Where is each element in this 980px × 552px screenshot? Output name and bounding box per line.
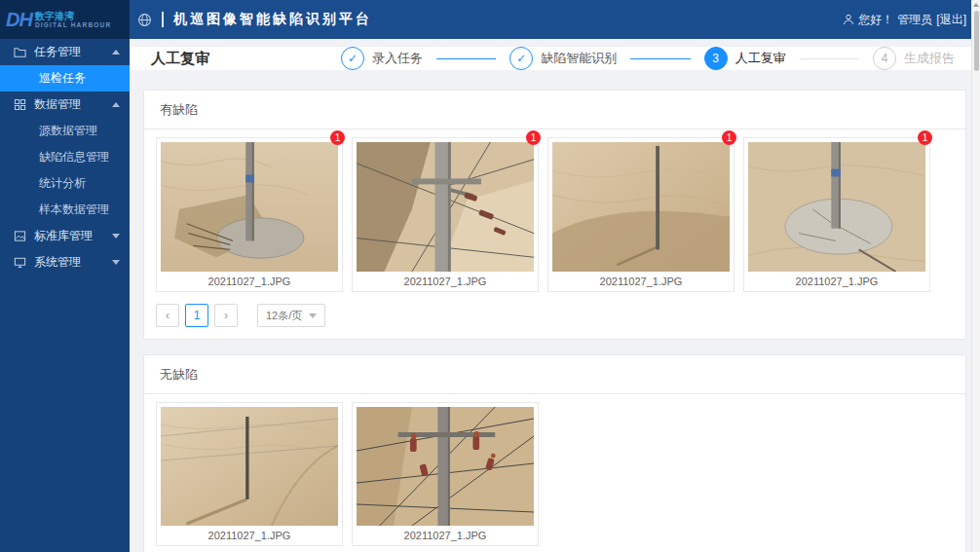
library-icon xyxy=(14,230,26,242)
sidebar-group-label: 任务管理 xyxy=(34,44,112,60)
defect-panel: 有缺陷 1 xyxy=(143,90,966,340)
sidebar-group-task-mgmt[interactable]: 任务管理 xyxy=(0,39,130,65)
pagination: ‹ 1 › 12条/页 xyxy=(156,304,954,327)
app: DH 数字港湾 DIGITAL HARBOUR 任务管理 巡检任务 数据管理 源… xyxy=(0,0,980,552)
sidebar-group-label: 标准库管理 xyxy=(34,228,112,244)
no-defect-image-card[interactable]: 20211027_1.JPG xyxy=(156,402,343,546)
step-connector xyxy=(436,58,496,59)
monitor-icon xyxy=(14,256,26,269)
pole-photo xyxy=(552,142,730,272)
pole-photo xyxy=(357,407,534,526)
page-title: 人工复审 xyxy=(151,50,209,68)
step-label: 生成报告 xyxy=(904,50,955,67)
defect-panel-title: 有缺陷 xyxy=(144,91,965,129)
step-label: 录入任务 xyxy=(372,50,423,67)
pole-photo xyxy=(357,142,534,272)
brand-logo[interactable]: DH 数字港湾 DIGITAL HARBOUR xyxy=(0,0,130,39)
wizard-steps: ✓ 录入任务 ✓ 缺陷智能识别 3 人工复审 4 xyxy=(341,47,955,70)
defect-card-list: 1 xyxy=(156,137,954,292)
step-connector xyxy=(630,58,690,59)
prev-page-button[interactable]: ‹ xyxy=(156,304,179,327)
chevron-up-icon xyxy=(112,50,120,55)
defect-count-badge: 1 xyxy=(330,130,345,145)
folder-icon xyxy=(14,46,26,58)
sidebar-item-statistics[interactable]: 统计分析 xyxy=(0,170,130,197)
page-size-value: 12条/页 xyxy=(266,309,302,323)
sidebar-item-source-data[interactable]: 源数据管理 xyxy=(0,118,130,144)
image-filename: 20211027_1.JPG xyxy=(552,272,730,291)
sidebar-group-label: 系统管理 xyxy=(34,254,112,271)
scrollbar-thumb[interactable] xyxy=(974,11,979,71)
sidebar-group-label: 数据管理 xyxy=(34,96,112,113)
step-label: 缺陷智能识别 xyxy=(541,50,617,67)
sidebar-item-patrol-task[interactable]: 巡检任务 xyxy=(0,65,130,92)
username: 管理员 xyxy=(897,12,932,28)
scroll-up-icon[interactable] xyxy=(973,3,979,7)
step-check-icon: ✓ xyxy=(341,47,364,70)
defect-count-badge: 1 xyxy=(526,130,541,145)
brand-name-cn: 数字港湾 xyxy=(35,11,111,21)
page-size-select[interactable]: 12条/页 xyxy=(257,304,325,327)
no-defect-panel: 无缺陷 xyxy=(143,354,966,552)
page-header: 人工复审 ✓ 录入任务 ✓ 缺陷智能识别 3 人工复审 xyxy=(130,47,980,70)
defect-image-card[interactable]: 1 20211027_1.JPG xyxy=(547,137,735,292)
step-ai-recognition[interactable]: ✓ 缺陷智能识别 xyxy=(509,47,617,70)
pole-photo xyxy=(161,142,338,272)
image-filename: 20211027_1.JPG xyxy=(161,526,338,545)
image-filename: 20211027_1.JPG xyxy=(357,272,534,291)
no-defect-panel-body: 20211027_1.JPG xyxy=(144,394,965,552)
logout-link[interactable]: [退出] xyxy=(936,12,966,28)
grid-icon xyxy=(14,98,26,111)
chevron-down-icon xyxy=(112,260,120,265)
image-filename: 20211027_1.JPG xyxy=(748,272,925,291)
sidebar-group-data-mgmt[interactable]: 数据管理 xyxy=(0,92,130,118)
no-defect-image-card[interactable]: 20211027_1.JPG xyxy=(352,402,539,546)
sidebar-nav: 任务管理 巡检任务 数据管理 源数据管理 缺陷信息管理 统计分析 样本数据管理 xyxy=(0,39,130,276)
greeting-text: 您好！ xyxy=(858,12,893,28)
sidebar: DH 数字港湾 DIGITAL HARBOUR 任务管理 巡检任务 数据管理 源… xyxy=(0,0,130,552)
image-filename: 20211027_1.JPG xyxy=(161,272,338,291)
globe-icon[interactable] xyxy=(137,13,152,27)
main-area: 人工复审 ✓ 录入任务 ✓ 缺陷智能识别 3 人工复审 xyxy=(130,39,980,552)
sidebar-item-label: 巡检任务 xyxy=(39,70,86,87)
next-page-button[interactable]: › xyxy=(214,304,238,327)
sidebar-group-standard-lib[interactable]: 标准库管理 xyxy=(0,223,130,249)
sidebar-item-label: 缺陷信息管理 xyxy=(39,149,109,166)
step-check-icon: ✓ xyxy=(509,47,533,70)
sidebar-item-defect-info[interactable]: 缺陷信息管理 xyxy=(0,144,130,170)
defect-count-badge: 1 xyxy=(918,130,932,145)
step-number: 3 xyxy=(704,47,728,70)
top-header: 机巡图像智能缺陷识别平台 您好！ 管理员 [退出] xyxy=(130,0,980,39)
defect-image-card[interactable]: 1 2 xyxy=(352,137,539,292)
step-manual-review[interactable]: 3 人工复审 xyxy=(704,47,786,70)
platform-title: 机巡图像智能缺陷识别平台 xyxy=(173,11,372,28)
vertical-scrollbar[interactable] xyxy=(971,0,980,552)
pole-photo xyxy=(161,407,338,526)
defect-count-badge: 1 xyxy=(722,130,736,145)
image-filename: 20211027_1.JPG xyxy=(357,526,534,545)
chevron-down-icon xyxy=(309,313,317,318)
brand-logo-dh: DH xyxy=(6,10,32,29)
sidebar-item-label: 源数据管理 xyxy=(39,123,97,139)
defect-panel-body: 1 xyxy=(144,129,965,339)
title-divider xyxy=(162,12,164,27)
sidebar-group-system-mgmt[interactable]: 系统管理 xyxy=(0,249,130,276)
defect-image-card[interactable]: 1 xyxy=(156,137,343,292)
brand-name-en: DIGITAL HARBOUR xyxy=(35,21,111,29)
user-icon xyxy=(843,14,854,25)
no-defect-card-list: 20211027_1.JPG xyxy=(156,402,954,546)
sidebar-item-label: 样本数据管理 xyxy=(39,202,109,218)
sidebar-item-sample-data[interactable]: 样本数据管理 xyxy=(0,197,130,223)
step-enter-task[interactable]: ✓ 录入任务 xyxy=(341,47,423,70)
sidebar-item-label: 统计分析 xyxy=(39,175,86,192)
chevron-up-icon xyxy=(112,102,120,107)
page-number-button[interactable]: 1 xyxy=(185,304,208,327)
user-area: 您好！ 管理员 [退出] xyxy=(843,12,966,28)
defect-image-card[interactable]: 1 2 xyxy=(743,137,930,292)
no-defect-panel-title: 无缺陷 xyxy=(144,355,965,394)
step-generate-report[interactable]: 4 生成报告 xyxy=(873,47,955,70)
step-label: 人工复审 xyxy=(735,50,786,67)
chevron-down-icon xyxy=(112,234,120,239)
step-number: 4 xyxy=(873,47,896,70)
content-column: 机巡图像智能缺陷识别平台 您好！ 管理员 [退出] 人工复审 ✓ 录入任务 xyxy=(130,0,980,552)
